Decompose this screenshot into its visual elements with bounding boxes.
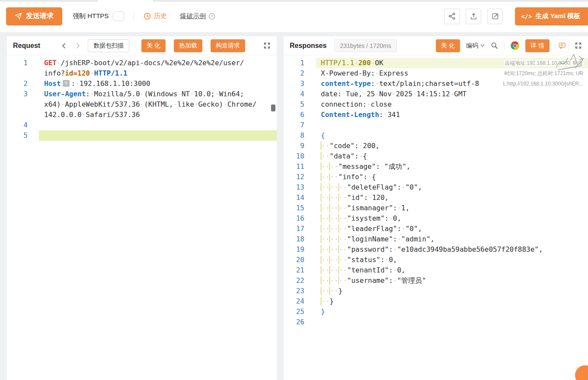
code-text[interactable]: ····} xyxy=(316,286,588,296)
search-icon[interactable] xyxy=(491,42,498,49)
code-line[interactable]: 11····"message":·"成功", xyxy=(284,162,588,172)
divider xyxy=(134,12,134,21)
code-text[interactable]: User-Agent:·Mozilla/5.0·(Windows·NT·10.0… xyxy=(39,89,277,99)
code-icon: </> xyxy=(521,13,532,20)
code-line[interactable]: 5connection:·close xyxy=(284,99,588,110)
response-editor[interactable]: 远端地址:192.168.1.10:3000; 响应 时间:1720ms; 总耗… xyxy=(284,55,588,380)
code-line[interactable]: 17······"leaderFlag":·"0", xyxy=(284,224,588,234)
code-text[interactable]: } xyxy=(316,307,588,317)
request-scrollbar-thumb[interactable] xyxy=(271,104,275,111)
edit-button[interactable] xyxy=(487,9,503,24)
code-line[interactable]: 3User-Agent:·Mozilla/5.0·(Windows·NT·10.… xyxy=(7,89,277,99)
detail-button[interactable]: 详 情 xyxy=(525,39,550,52)
code-line[interactable]: 13······"deleteFlag":·"0", xyxy=(284,182,588,193)
code-line[interactable]: 26 xyxy=(284,317,588,327)
code-text[interactable] xyxy=(39,120,277,130)
code-line[interactable]: 10··"data":·{ xyxy=(284,151,588,162)
code-text[interactable]: x64)·AppleWebKit/537.36·(KHTML,·like·Gec… xyxy=(39,99,277,110)
code-line[interactable]: 19······"password":·"e10adc3949ba59abbe5… xyxy=(284,244,588,255)
code-line[interactable]: 9··"code":·200, xyxy=(284,141,588,151)
code-text[interactable]: ····"info":·{ xyxy=(316,172,588,182)
code-text[interactable]: 142.0.0.0·Safari/537.36 xyxy=(39,110,277,120)
code-line[interactable]: info?id=120·HTTP/1.1 xyxy=(7,68,277,79)
construct-request-button[interactable]: 构造请求 xyxy=(211,39,245,52)
code-line[interactable]: 14······"id":·120, xyxy=(284,193,588,203)
code-text[interactable] xyxy=(316,317,588,327)
code-text[interactable]: ······"tenantId":·0, xyxy=(316,265,588,276)
code-text[interactable]: ······"isystem":·0, xyxy=(316,213,588,224)
code-text[interactable] xyxy=(316,120,588,130)
code-line[interactable]: 18······"loginName":·"admin", xyxy=(284,234,588,244)
code-text[interactable]: ······"username":·"管理员" xyxy=(316,276,588,286)
code-line[interactable]: 5 xyxy=(7,130,277,141)
code-text[interactable]: connection:·close xyxy=(316,99,588,110)
force-https-checkbox[interactable] xyxy=(113,11,124,21)
export-button[interactable] xyxy=(466,9,481,24)
code-text[interactable]: ······"loginName":·"admin", xyxy=(316,234,588,244)
code-text[interactable]: ····"message":·"成功", xyxy=(316,162,588,172)
active-tab-indicator[interactable] xyxy=(97,0,153,2)
generate-yaml-button[interactable]: </> 生成 Yaml 模板 xyxy=(515,7,588,25)
code-line[interactable]: 15······"ismanager":·1, xyxy=(284,203,588,213)
code-line[interactable]: 21······"tenantId":·0, xyxy=(284,265,588,276)
code-line[interactable]: 7 xyxy=(284,120,588,130)
code-line[interactable]: 2Host?:·192.168.1.10:3000 xyxy=(7,79,277,89)
code-line[interactable]: 25} xyxy=(284,307,588,317)
line-number xyxy=(7,68,28,79)
code-line[interactable]: 24··} xyxy=(284,296,588,307)
help-circle-icon[interactable]: ? xyxy=(208,13,215,20)
request-panel: Request 数据包扫描 美 化 热加载 构造请求 1GET·/jshERP-… xyxy=(7,36,277,380)
code-line[interactable]: 142.0.0.0·Safari/537.36 xyxy=(7,110,277,120)
code-line[interactable]: 12····"info":·{ xyxy=(284,172,588,182)
code-line[interactable]: 4 xyxy=(7,120,277,130)
packet-scan-button[interactable]: 数据包扫描 xyxy=(88,39,129,52)
response-beautify-button[interactable]: 美 化 xyxy=(436,39,460,52)
code-line[interactable]: 20······"status":·0, xyxy=(284,255,588,265)
share-button[interactable] xyxy=(444,9,460,24)
line-number: 2 xyxy=(7,79,28,89)
code-text[interactable]: ······"id":·120, xyxy=(316,193,588,203)
request-editor[interactable]: 1GET·/jshERP-boot/v2/api-docs/%2e%2e/%2e… xyxy=(7,55,277,380)
line-number: 25 xyxy=(284,307,304,317)
line-number: 26 xyxy=(284,317,304,327)
code-text[interactable]: ······"ismanager":·1, xyxy=(316,203,588,213)
code-text[interactable]: ······"status":·0, xyxy=(316,255,588,265)
topbar-right-cluster: </> 生成 Yaml 模板 xyxy=(444,7,588,25)
code-text[interactable] xyxy=(39,130,277,141)
chrome-render-icon[interactable] xyxy=(511,41,519,50)
comment-button[interactable] xyxy=(556,39,569,52)
code-text[interactable]: GET·/jshERP-boot/v2/api-docs/%2e%2e/%2e%… xyxy=(39,58,277,68)
code-text[interactable]: { xyxy=(316,130,588,141)
comment-icon xyxy=(558,42,566,50)
code-line[interactable]: 1GET·/jshERP-boot/v2/api-docs/%2e%2e/%2e… xyxy=(7,58,277,68)
code-line[interactable]: 23····} xyxy=(284,286,588,296)
response-expand-icon[interactable] xyxy=(575,42,582,49)
send-request-button[interactable]: 发送请求 xyxy=(6,7,62,25)
code-text[interactable]: Content-Length:·341 xyxy=(316,110,588,120)
history-button[interactable]: 历史 xyxy=(144,12,167,20)
code-text[interactable]: ······"deleteFlag":·"0", xyxy=(316,182,588,193)
code-text[interactable]: Host?:·192.168.1.10:3000 xyxy=(39,79,277,89)
code-line[interactable]: 22······"username":·"管理员" xyxy=(284,276,588,286)
fuzz-tag-badge[interactable]: ? xyxy=(63,80,70,87)
code-text[interactable]: info?id=120·HTTP/1.1 xyxy=(39,68,277,79)
hot-reload-button[interactable]: 热加载 xyxy=(174,39,202,52)
response-info-overlay: 远端地址:192.168.1.10:3000; 响应 时间:1720ms; 总耗… xyxy=(503,58,584,89)
code-text[interactable]: ······"leaderFlag":·"0", xyxy=(316,224,588,234)
chevron-right-icon[interactable] xyxy=(75,42,81,49)
code-line[interactable]: x64)·AppleWebKit/537.36·(KHTML,·like·Gec… xyxy=(7,99,277,110)
code-text[interactable]: ··"code":·200, xyxy=(316,141,588,151)
beautify-button[interactable]: 美 化 xyxy=(141,39,166,52)
chevron-left-icon[interactable] xyxy=(61,42,67,49)
code-text[interactable]: ······"password":·"e10adc3949ba59abbe56e… xyxy=(316,244,588,255)
code-line[interactable]: 4date:·Tue,·25·Nov·2025·14:15:12·GMT xyxy=(284,89,588,99)
code-line[interactable]: 8{ xyxy=(284,130,588,141)
encoding-select[interactable]: 编码 xyxy=(466,42,485,50)
code-text[interactable]: date:·Tue,·25·Nov·2025·14:15:12·GMT xyxy=(316,89,588,99)
code-text[interactable]: ··"data":·{ xyxy=(316,151,588,162)
blast-example-link[interactable]: 爆破示例 xyxy=(180,12,206,20)
request-expand-icon[interactable] xyxy=(263,42,271,49)
code-line[interactable]: 6Content-Length:·341 xyxy=(284,110,588,120)
code-line[interactable]: 16······"isystem":·0, xyxy=(284,213,588,224)
code-text[interactable]: ··} xyxy=(316,296,588,307)
